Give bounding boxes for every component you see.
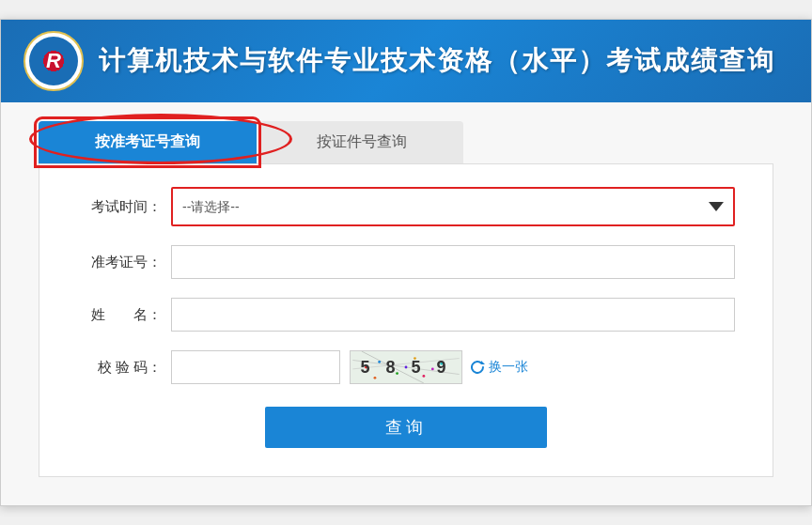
captcha-code: 5 8 5 9 [360, 358, 451, 378]
form-container: 考试时间： --请选择-- 准考证号： 姓 名： 校 验 [39, 163, 773, 477]
name-row: 姓 名： [77, 298, 735, 332]
exam-time-label: 考试时间： [77, 198, 162, 216]
logo: R [23, 31, 84, 91]
captcha-image: 5 8 5 9 [350, 350, 462, 384]
exam-time-select-wrapper: --请选择-- [171, 187, 735, 226]
header: R 计算机技术与软件专业技术资格（水平）考试成绩查询 [1, 20, 811, 102]
tab-by-admission[interactable]: 按准考证号查询 [39, 121, 257, 163]
exam-time-select[interactable]: --请选择-- [173, 189, 733, 224]
main-window: R 计算机技术与软件专业技术资格（水平）考试成绩查询 按准考证号查询 按证件号查… [0, 19, 812, 506]
page-title: 计算机技术与软件专业技术资格（水平）考试成绩查询 [99, 43, 775, 79]
refresh-captcha-button[interactable]: 换一张 [470, 359, 528, 376]
tab-by-id[interactable]: 按证件号查询 [260, 121, 463, 163]
logo-inner: R [29, 37, 78, 85]
svg-marker-12 [481, 361, 485, 364]
refresh-icon [470, 360, 485, 375]
captcha-input[interactable] [171, 350, 340, 384]
captcha-area: 5 8 5 9 换一张 [171, 350, 528, 384]
refresh-svg-icon [470, 360, 485, 375]
exam-time-row: 考试时间： --请选择-- [77, 187, 735, 226]
name-label: 姓 名： [77, 306, 162, 324]
admission-input[interactable] [171, 245, 735, 279]
captcha-label: 校 验 码： [77, 359, 162, 377]
content-area: 按准考证号查询 按证件号查询 考试时间： --请选择-- 准考证号： [1, 102, 811, 505]
logo-text: R [46, 49, 61, 73]
name-input[interactable] [171, 298, 735, 332]
query-button[interactable]: 查询 [265, 407, 547, 448]
admission-row: 准考证号： [77, 245, 735, 279]
admission-label: 准考证号： [77, 254, 162, 271]
tab1-container: 按准考证号查询 [39, 121, 257, 163]
tab-bar: 按准考证号查询 按证件号查询 [39, 121, 773, 163]
refresh-label: 换一张 [489, 359, 528, 376]
captcha-row: 校 验 码： [77, 350, 735, 384]
